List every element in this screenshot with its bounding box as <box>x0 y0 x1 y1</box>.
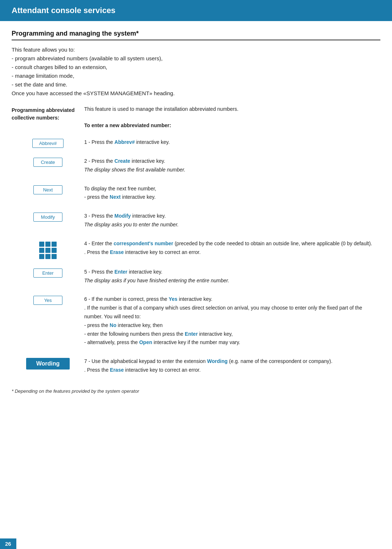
sub-heading: To enter a new abbreviated number: <box>84 122 171 128</box>
step-6-right: 5 - Press the Enter interactive key. The… <box>84 263 380 290</box>
yes-highlight: Yes <box>169 296 177 302</box>
intro-line-3: - consult charges billed to an extension… <box>12 64 107 70</box>
modify-button[interactable]: Modify <box>33 213 62 222</box>
abbrev-highlight: Abbrev# <box>114 139 135 145</box>
open-highlight: Open <box>139 339 152 345</box>
step-3-left: Next <box>12 179 84 207</box>
intro-block: This feature allows you to: - program ab… <box>12 45 380 98</box>
enter-highlight: Enter <box>114 269 127 275</box>
next-highlight: Next <box>110 194 121 200</box>
step-4-left: Modify <box>12 207 84 234</box>
left-label: Programming abbreviated collective numbe… <box>12 105 84 133</box>
create-note: The display shows the first available nu… <box>84 167 185 173</box>
step-8-left: Wording <box>12 352 84 380</box>
step-1-left: Abbrev# <box>12 133 84 152</box>
wording-highlight: Wording <box>207 358 228 364</box>
steps-container: Abbrev# 1 - Press the Abbrev# interactiv… <box>12 133 380 380</box>
enter-highlight-2: Enter <box>185 331 198 337</box>
page-number: 26 <box>0 538 16 549</box>
no-highlight: No <box>110 322 117 328</box>
correspondent-highlight: correspondent's number <box>114 241 173 246</box>
step-6-left: Enter <box>12 263 84 290</box>
intro-line-6: Once you have accessed the «SYSTEM MANAG… <box>12 90 175 96</box>
step-2-right: 2 - Press the Create interactive key. Th… <box>84 152 380 179</box>
step-5-right: 4 - Enter the correspondent's number (pr… <box>84 234 380 263</box>
step-8-right: 7 - Use the alphabetical keypad to enter… <box>84 352 380 380</box>
next-button[interactable]: Next <box>33 185 62 194</box>
section-title: Programming and managing the system* <box>12 30 380 40</box>
modify-note: The display asks you to enter the number… <box>84 222 179 227</box>
intro-line-2: - program abbreviated numbers (available… <box>12 55 163 61</box>
step-4-right: 3 - Press the Modify interactive key. Th… <box>84 207 380 234</box>
header-bar: Attendant console services <box>0 0 392 21</box>
create-highlight: Create <box>114 158 130 164</box>
right-description: This feature is used to manage the insta… <box>84 105 380 133</box>
erase-highlight-2: Erase <box>110 367 124 373</box>
enter-note: The display asks if you have finished en… <box>84 278 229 283</box>
enter-button[interactable]: Enter <box>33 269 62 278</box>
intro-line-1: This feature allows you to: <box>12 47 75 53</box>
yes-button[interactable]: Yes <box>33 296 62 305</box>
page-title: Attendant console services <box>12 6 380 15</box>
step-3-right: To display the next free number, - press… <box>84 179 380 207</box>
erase-highlight-1: Erase <box>110 249 124 255</box>
step-2-left: Create <box>12 152 84 179</box>
step-7-right: 6 - If the number is correct, press the … <box>84 290 380 352</box>
create-button[interactable]: Create <box>33 158 62 167</box>
programming-section: Programming abbreviated collective numbe… <box>12 105 380 133</box>
intro-line-4: - manage limitation mode, <box>12 73 74 79</box>
step-7-left: Yes <box>12 290 84 352</box>
step-5-left <box>12 234 84 263</box>
intro-line-5: - set the date and time. <box>12 81 67 88</box>
step-1-right: 1 - Press the Abbrev# interactive key. <box>84 133 380 152</box>
footer-note: * Depending on the features provided by … <box>12 388 380 394</box>
keypad-icon <box>39 242 57 259</box>
modify-highlight: Modify <box>114 213 131 219</box>
wording-button[interactable]: Wording <box>26 358 70 370</box>
abbrev-button[interactable]: Abbrev# <box>32 139 64 148</box>
